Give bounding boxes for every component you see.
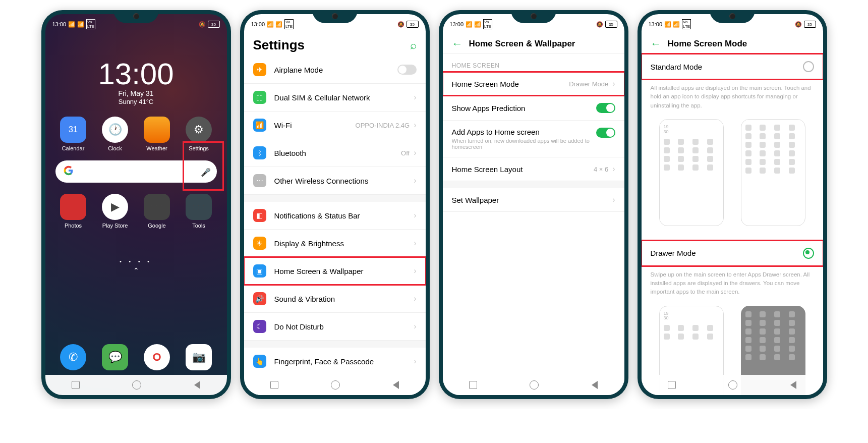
drawer-indicator-icon[interactable]: ⌃ — [45, 266, 227, 274]
back-icon[interactable]: ← — [651, 37, 662, 50]
row-home-wallpaper[interactable]: ▣Home Screen & Wallpaper› — [244, 257, 426, 285]
nav-back-icon[interactable] — [790, 381, 796, 389]
page-indicator: • • • • — [45, 259, 227, 264]
standard-desc: All installed apps are displayed on the … — [642, 80, 823, 114]
drawer-desc: Swipe up on the main screen to enter App… — [642, 266, 823, 301]
nav-home-icon[interactable] — [132, 380, 141, 390]
app-photos[interactable]: Photos — [55, 194, 91, 229]
standard-radio[interactable] — [803, 61, 814, 72]
dock-camera[interactable]: 📷 — [181, 344, 216, 373]
row-standard-mode[interactable]: Standard Mode — [642, 54, 823, 80]
phone-home: 13:00 📶 📶 VoLTE 🔕 35 13:00 Fri, May 31 S… — [41, 10, 231, 399]
app-settings[interactable]: ⚙Settings — [181, 117, 216, 151]
google-logo-icon — [64, 165, 74, 178]
row-other-wireless[interactable]: ⋯Other Wireless Connections› — [244, 167, 426, 195]
row-dual-sim[interactable]: ⬚Dual SIM & Cellular Network› — [244, 84, 426, 112]
back-icon[interactable]: ← — [452, 37, 463, 50]
row-display[interactable]: ☀Display & Brightness› — [244, 230, 426, 257]
dock-phone[interactable]: ✆ — [55, 344, 91, 373]
mute-icon: 🔕 — [199, 21, 206, 28]
battery-icon: 35 — [208, 21, 220, 28]
app-google-folder[interactable]: ⋮⋮⋮Google — [139, 194, 175, 229]
nav-back-icon[interactable] — [393, 381, 399, 389]
row-home-screen-mode[interactable]: Home Screen Mode Drawer Mode› — [443, 72, 624, 96]
signal-icon: 📶 — [68, 21, 75, 28]
phone-hs-wallpaper: 13:00 📶 📶 VoLTE 🔕 35 ← Home Screen & Wal… — [439, 10, 628, 399]
lock-clock: 13:00 — [45, 57, 227, 91]
row-dnd[interactable]: ☾Do Not Disturb› — [244, 313, 426, 341]
lock-date: Fri, May 31 — [45, 89, 227, 97]
app-clock[interactable]: 🕐Clock — [97, 117, 133, 151]
airplane-toggle[interactable] — [397, 65, 417, 75]
row-wifi[interactable]: 📶Wi-FiOPPO-INDIA 2.4G› — [244, 112, 426, 139]
wifi-icon: 📶 — [77, 21, 84, 28]
dock-messages[interactable]: 💬 — [97, 344, 133, 373]
nav-home-icon[interactable] — [728, 380, 737, 390]
app-tools-folder[interactable]: ⋮⋮⋮Tools — [181, 194, 216, 229]
search-icon[interactable]: ⌕ — [410, 39, 417, 52]
row-drawer-mode[interactable]: Drawer Mode — [642, 240, 823, 266]
nav-home-icon[interactable] — [331, 380, 340, 390]
section-label: HOME SCREEN — [443, 54, 624, 72]
app-playstore[interactable]: ▶Play Store — [97, 194, 133, 229]
page-title: Home Screen Mode — [668, 39, 814, 49]
prediction-toggle[interactable] — [596, 103, 615, 113]
lock-weather: Sunny 41°C — [45, 98, 227, 105]
nav-back-icon[interactable] — [592, 381, 598, 389]
google-search-bar[interactable]: 🎤 — [55, 160, 217, 183]
row-set-wallpaper[interactable]: Set Wallpaper› — [443, 188, 624, 212]
volte-icon: VoLTE — [86, 19, 95, 29]
nav-recent-icon[interactable] — [270, 381, 278, 389]
add-apps-toggle[interactable] — [596, 128, 615, 138]
row-fingerprint[interactable]: 👆Fingerprint, Face & Passcode› — [244, 348, 426, 375]
app-calendar[interactable]: 31Calendar — [55, 117, 91, 151]
page-title: Home Screen & Wallpaper — [469, 39, 615, 49]
row-home-layout[interactable]: Home Screen Layout 4 × 6› — [443, 157, 624, 181]
mic-icon[interactable]: 🎤 — [201, 168, 209, 176]
settings-list: ✈Airplane Mode ⬚Dual SIM & Cellular Netw… — [244, 56, 426, 375]
standard-preview: 19 30 — [642, 114, 823, 240]
drawer-radio[interactable] — [803, 248, 814, 259]
row-airplane-mode[interactable]: ✈Airplane Mode — [244, 56, 426, 84]
nav-back-icon[interactable] — [194, 381, 200, 389]
status-time: 13:00 — [52, 21, 67, 27]
page-title: Settings — [253, 37, 305, 53]
settings-header: Settings ⌕ — [244, 31, 426, 56]
row-show-apps-prediction[interactable]: Show Apps Prediction — [443, 96, 624, 121]
phone-hs-mode: 13:00 📶 📶 VoLTE 🔕 35 ← Home Screen Mode … — [638, 10, 827, 399]
chevron-right-icon: › — [414, 93, 416, 102]
nav-recent-icon[interactable] — [668, 381, 676, 389]
app-weather[interactable]: Weather — [139, 117, 175, 151]
dock-opera[interactable]: O — [139, 344, 175, 373]
phone-settings: 13:00 📶 📶 VoLTE 🔕 35 Settings ⌕ ✈Airplan… — [240, 10, 430, 399]
nav-recent-icon[interactable] — [72, 381, 80, 389]
nav-recent-icon[interactable] — [469, 381, 477, 389]
nav-home-icon[interactable] — [530, 380, 539, 390]
row-sound[interactable]: 🔊Sound & Vibration› — [244, 285, 426, 313]
row-add-apps-home[interactable]: Add Apps to Home screen When turned on, … — [443, 121, 624, 157]
row-notifications[interactable]: ◧Notifications & Status Bar› — [244, 202, 426, 230]
row-bluetooth[interactable]: ᛒBluetoothOff› — [244, 139, 426, 167]
